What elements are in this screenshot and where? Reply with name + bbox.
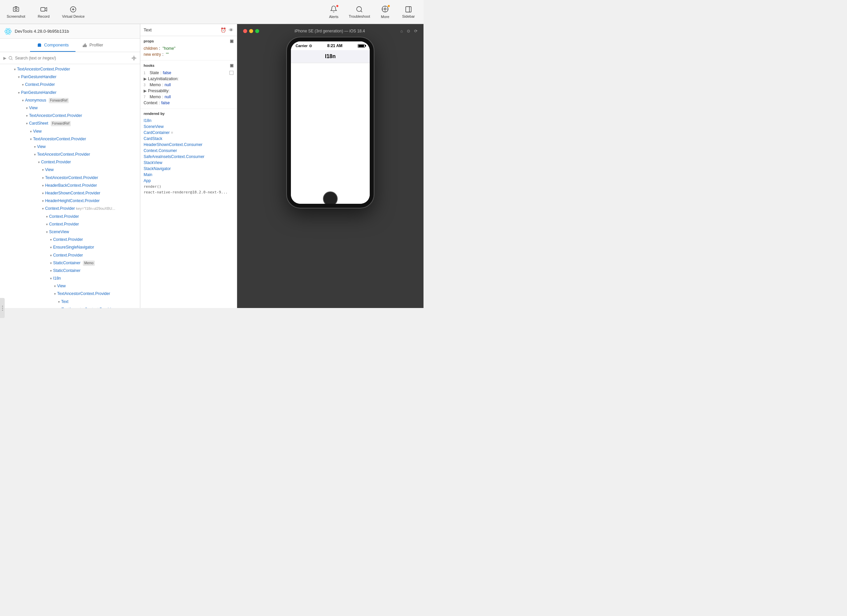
svg-rect-0 — [13, 7, 19, 11]
expand-pressability-icon[interactable]: ▶ — [144, 89, 147, 93]
inspect-view-icon[interactable]: 👁 — [229, 27, 233, 33]
left-panel: DevTools 4.28.0-9b95b131b Components Pro… — [0, 24, 140, 308]
rendered-StackNavigator[interactable]: StackNavigator — [144, 166, 233, 172]
status-bar: Carrier ⊙ 8:21 AM — [291, 41, 370, 50]
prop-row-new-entry: new entry : "" — [144, 52, 233, 58]
props-section: props ▣ children : "home" new entry : "" — [140, 36, 237, 61]
tree-item[interactable]: ▼View — [0, 104, 140, 112]
tree-item[interactable]: ▼StaticContainer — [0, 267, 140, 275]
rendered-Main[interactable]: Main — [144, 172, 233, 178]
tree-item[interactable]: ▼View — [0, 166, 140, 174]
wifi-icon: ⊙ — [309, 44, 312, 48]
iphone-content: I18n — [291, 50, 370, 194]
svg-rect-5 — [406, 6, 412, 12]
tree-item[interactable]: ▼TextAncestorContext.Provider — [0, 112, 140, 120]
tree-item[interactable]: ▼StaticContainer Memo — [0, 259, 140, 267]
toolbar-right: Alerts Troubleshoot More — [325, 5, 417, 19]
maximize-button[interactable] — [255, 29, 259, 33]
tree-item[interactable]: ▼TextAncestorContext.Provider — [0, 135, 140, 143]
rendered-I18n[interactable]: I18n — [144, 118, 233, 124]
rendered-HeaderShownContext[interactable]: HeaderShownContext.Consumer — [144, 142, 233, 148]
profiler-icon — [82, 43, 87, 48]
tree-item[interactable]: ▼HeaderBackContext.Provider — [0, 182, 140, 189]
search-input[interactable] — [15, 56, 129, 61]
iphone-frame: Carrier ⊙ 8:21 AM I18n — [287, 37, 374, 208]
hook-context: Context : false — [144, 100, 233, 106]
rendered-CardStack[interactable]: CardStack — [144, 136, 233, 142]
tree-item[interactable]: ▼TextAncestorContext.Provider — [0, 65, 140, 73]
tree-item[interactable]: ▼View — [0, 143, 140, 151]
rendered-CardContainer[interactable]: CardContainer = — [144, 130, 233, 136]
rendered-SceneView[interactable]: SceneView — [144, 124, 233, 130]
record-icon — [40, 6, 47, 13]
tree-item[interactable]: ▼View — [0, 128, 140, 135]
svg-rect-12 — [85, 43, 86, 47]
tree-item[interactable]: ▼Context.Provider — [0, 158, 140, 166]
left-edge-handle[interactable] — [0, 298, 5, 308]
hooks-copy-button[interactable]: ▣ — [230, 63, 233, 68]
search-icon — [8, 56, 13, 61]
tab-components[interactable]: Components — [30, 39, 75, 52]
tree-item[interactable]: ▼Context.Provider key="I18n-ul29ouXBU... — [0, 205, 140, 213]
tree-item[interactable]: ▼TextAncestorContext.Provider — [0, 151, 140, 158]
sidebar-icon — [405, 6, 412, 13]
screenshot-icon — [12, 6, 20, 13]
tree-item[interactable]: ▼Context.Provider — [0, 81, 140, 89]
simulator-title: iPhone SE (3rd generation) — iOS 18.4 — [262, 29, 398, 33]
svg-point-4 — [384, 8, 386, 10]
tree-item[interactable]: ▼HeaderHeightContext.Provider — [0, 197, 140, 205]
tree-item[interactable]: ▼EnsureSingleNavigator — [0, 244, 140, 251]
tab-profiler[interactable]: Profiler — [75, 39, 110, 52]
troubleshoot-button[interactable]: Troubleshoot — [349, 6, 370, 18]
hook-pressability: ▶ Pressability: — [144, 88, 233, 94]
tree-item[interactable]: ▼Anonymous ForwardRef — [0, 96, 140, 104]
home-icon[interactable]: ⌂ — [400, 29, 403, 33]
rendered-App[interactable]: App — [144, 178, 233, 184]
alerts-label: Alerts — [329, 15, 338, 19]
tree-item[interactable]: ▼View — [0, 282, 140, 290]
more-button[interactable]: More — [377, 5, 394, 19]
tree-item[interactable]: ▼HeaderShownContext.Provider — [0, 189, 140, 197]
hook-checkbox[interactable] — [229, 71, 233, 75]
tabs-bar: Components Profiler — [0, 39, 140, 52]
screenshot-label: Screenshot — [7, 14, 25, 18]
rendered-SafeAreaInsetsContext[interactable]: SafeAreaInsetsContext.Consumer — [144, 154, 233, 160]
app-content-area — [291, 63, 370, 194]
selected-component-name: Text — [144, 27, 152, 32]
props-copy-button[interactable]: ▣ — [230, 39, 233, 43]
tree-item[interactable]: TextAncestorContext.Provider — [0, 306, 140, 308]
simulator-titlebar: iPhone SE (3rd generation) — iOS 18.4 ⌂ … — [241, 27, 420, 35]
close-button[interactable] — [243, 29, 247, 33]
home-bar — [291, 194, 370, 204]
camera-icon[interactable]: ⊙ — [407, 29, 410, 33]
alerts-icon-wrap — [330, 5, 337, 13]
virtual-device-button[interactable]: Virtual Device — [62, 6, 85, 18]
screenshot-button[interactable]: Screenshot — [7, 6, 25, 18]
tree-item[interactable]: ▼Context.Provider — [0, 213, 140, 220]
tree-item[interactable]: ▼TextAncestorContext.Provider — [0, 290, 140, 298]
expand-lazy-icon[interactable]: ▶ — [144, 77, 147, 81]
tree-item[interactable]: ▼PanGestureHandler — [0, 73, 140, 81]
alerts-button[interactable]: Alerts — [325, 5, 342, 19]
inspect-time-icon[interactable]: ⏰ — [220, 27, 226, 33]
tree-item[interactable]: ▼SceneView — [0, 228, 140, 236]
battery-icon — [358, 44, 365, 48]
home-button[interactable] — [323, 191, 338, 204]
tree-item[interactable]: ▼CardSheet ForwardRef — [0, 120, 140, 127]
tree-item[interactable]: ▼PanGestureHandler — [0, 89, 140, 96]
tree-item[interactable]: ▼I18n — [0, 275, 140, 282]
cursor-icon: ▶ — [3, 56, 6, 61]
tree-item[interactable]: ▼TextAncestorContext.Provider — [0, 174, 140, 182]
tree-item[interactable]: ▼Context.Provider — [0, 251, 140, 259]
rendered-Context-Consumer[interactable]: Context.Consumer — [144, 148, 233, 154]
tree-item[interactable]: ▼Context.Provider — [0, 236, 140, 244]
rotate-icon[interactable]: ⟳ — [414, 29, 418, 33]
tree-item[interactable]: ▼Context.Provider — [0, 220, 140, 228]
sidebar-button[interactable]: Sidebar — [400, 6, 417, 18]
settings-button[interactable] — [131, 55, 137, 61]
tree-item[interactable]: ▼Text — [0, 298, 140, 306]
minimize-button[interactable] — [249, 29, 253, 33]
record-button[interactable]: Record — [35, 6, 52, 18]
rendered-StackView[interactable]: StackView — [144, 160, 233, 166]
tab-profiler-label: Profiler — [90, 43, 103, 47]
